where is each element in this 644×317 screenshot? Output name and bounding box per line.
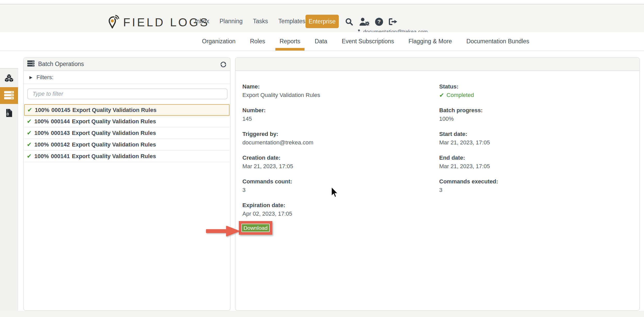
- batch-panel-title: Batch Operations: [38, 61, 84, 68]
- sidebar-item-cubes[interactable]: [0, 71, 18, 86]
- check-icon: ✔: [27, 118, 32, 124]
- status-badge: ✔ Completed: [439, 92, 630, 98]
- app-root: FIELD LOGS Inbox Planning Tasks Template…: [0, 0, 644, 317]
- bottom-strip: [0, 311, 644, 317]
- check-icon: ✔: [27, 153, 32, 159]
- tab-roles[interactable]: Roles: [250, 32, 265, 51]
- nav-templates[interactable]: Templates: [278, 18, 306, 25]
- details-panel-header: [235, 58, 639, 71]
- cubes-icon: [5, 74, 13, 83]
- annotation-arrow-icon: [206, 225, 240, 238]
- detail-row-expiration-date: Expiration date: Apr 02, 2023, 17:05: [242, 202, 433, 217]
- main-nav: Inbox Planning Tasks Templates: [195, 18, 305, 25]
- user-settings-icon[interactable]: [359, 17, 370, 26]
- mouse-cursor-icon: [331, 186, 339, 199]
- search-icon[interactable]: [345, 18, 353, 26]
- batch-panel-header: Batch Operations: [24, 58, 230, 71]
- check-icon: ✔: [439, 92, 444, 98]
- filters-label: Filters:: [37, 74, 54, 81]
- detail-row-triggered-by: Triggered by: documentation@trekea.com: [242, 131, 433, 146]
- enterprise-button[interactable]: Enterprise: [306, 15, 339, 28]
- sign-out-icon[interactable]: [388, 18, 397, 26]
- zip-file-icon: [6, 109, 13, 118]
- tab-event-subscriptions[interactable]: Event Subscriptions: [342, 32, 394, 51]
- batch-list-item[interactable]: ✔ 100% 000141 Export Quality Validation …: [24, 151, 230, 162]
- batch-details-panel: Name: Export Quality Validation Rules Nu…: [235, 57, 640, 311]
- sidebar-item-batch-operations[interactable]: [0, 87, 18, 104]
- download-button[interactable]: Download: [241, 224, 270, 232]
- detail-row-creation-date: Creation date: Mar 21, 2023, 17:05: [242, 155, 433, 169]
- icon-sidebar: [0, 69, 18, 317]
- download-highlight-box: Download: [239, 221, 272, 235]
- nav-planning[interactable]: Planning: [219, 18, 243, 25]
- sidebar-item-documentation-bundle[interactable]: [0, 106, 18, 121]
- triangle-right-icon: ▶: [29, 75, 32, 80]
- check-icon: ✔: [27, 130, 32, 136]
- tab-reports[interactable]: Reports: [279, 32, 300, 51]
- map-pin-signal-icon: [107, 15, 120, 30]
- help-icon[interactable]: ?: [375, 18, 383, 26]
- app-header: FIELD LOGS Inbox Planning Tasks Template…: [0, 4, 644, 32]
- detail-row-commands-executed: Commands executed: 3: [439, 178, 630, 193]
- batch-operations-icon: [4, 91, 14, 100]
- detail-row-start-date: Start date: Mar 21, 2023, 17:05: [439, 131, 630, 146]
- detail-row-end-date: End date: Mar 21, 2023, 17:05: [439, 155, 630, 169]
- batch-list-item[interactable]: ✔ 100% 000143 Export Quality Validation …: [24, 127, 230, 139]
- filter-input[interactable]: [27, 88, 227, 99]
- batch-list-item[interactable]: ✔ 100% 000145 Export Quality Validation …: [24, 104, 230, 116]
- check-icon: ✔: [27, 107, 32, 113]
- header-icon-buttons: ?: [345, 16, 397, 27]
- nav-tasks[interactable]: Tasks: [253, 18, 268, 25]
- tab-flagging-more[interactable]: Flagging & More: [409, 32, 452, 51]
- detail-row-status: Status: ✔ Completed: [439, 84, 630, 98]
- tab-bar: Organization Roles Reports Data Event Su…: [0, 32, 644, 51]
- brand-logo: FIELD LOGS: [107, 15, 209, 30]
- batch-list: ✔ 100% 000145 Export Quality Validation …: [24, 104, 230, 162]
- tab-data[interactable]: Data: [315, 32, 327, 51]
- tab-documentation-bundles[interactable]: Documentation Bundles: [466, 32, 529, 51]
- batch-list-item[interactable]: ✔ 100% 000142 Export Quality Validation …: [24, 139, 230, 151]
- refresh-icon[interactable]: [220, 61, 227, 68]
- tab-organization[interactable]: Organization: [202, 32, 235, 51]
- detail-row-name: Name: Export Quality Validation Rules: [242, 84, 433, 98]
- batch-operations-panel: Batch Operations ▶ Filters: ✔ 100%: [23, 57, 231, 311]
- detail-row-number: Number: 145: [242, 107, 433, 122]
- details-right-column: Status: ✔ Completed Batch progress: 100%…: [439, 84, 630, 202]
- detail-row-batch-progress: Batch progress: 100%: [439, 107, 630, 122]
- batch-list-item[interactable]: ✔ 100% 000144 Export Quality Validation …: [24, 116, 230, 127]
- details-left-column: Name: Export Quality Validation Rules Nu…: [242, 84, 433, 226]
- check-icon: ✔: [27, 142, 32, 148]
- filters-toggle[interactable]: ▶ Filters:: [24, 71, 230, 84]
- nav-inbox[interactable]: Inbox: [195, 18, 209, 25]
- server-stack-icon: [27, 60, 35, 68]
